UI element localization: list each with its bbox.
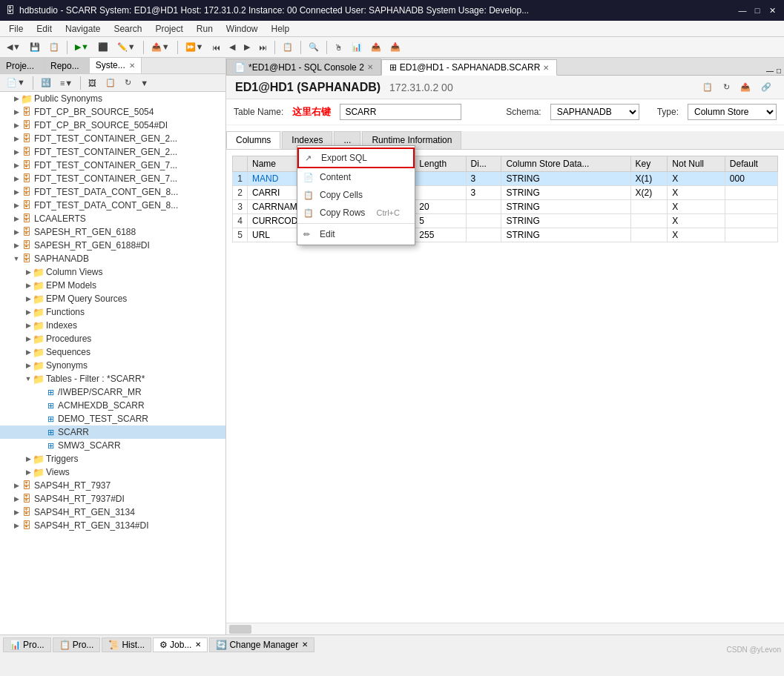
menu-navigate[interactable]: Navigate xyxy=(59,22,106,36)
tree-item-triggers[interactable]: ▶ 📁 Triggers xyxy=(0,452,225,465)
toolbar-btn-2[interactable]: 💾 xyxy=(26,40,44,54)
col-header-default[interactable]: Default xyxy=(725,156,777,172)
toolbar-btn-run[interactable]: ▶▼ xyxy=(71,40,93,54)
type-select[interactable]: Column Store xyxy=(688,104,777,120)
panel-tab-system[interactable]: Syste... ✕ xyxy=(90,58,142,73)
toolbar-btn-15[interactable]: 📤 xyxy=(367,40,385,54)
col-header-length[interactable]: Length xyxy=(415,156,466,172)
tree-item-fdt4[interactable]: ▶ 🗄 FDT_TEST_CONTAINER_GEN_2... xyxy=(0,145,225,159)
maximize-button[interactable]: □ xyxy=(751,4,763,16)
status-tab-project[interactable]: 📊 Pro... xyxy=(3,637,51,652)
tree-item-indexes[interactable]: ▶ 📁 Indexes xyxy=(0,319,225,332)
tree-item-fdt1[interactable]: ▶ 🗄 FDT_CP_BR_SOURCE_5054 xyxy=(0,105,225,119)
tree-item-views[interactable]: ▶ 📁 Views xyxy=(0,465,225,479)
tree-item-epm-models[interactable]: ▶ 📁 EPM Models xyxy=(0,279,225,292)
left-btn-4[interactable]: 🖼 xyxy=(85,76,100,90)
left-btn-2[interactable]: 🔣 xyxy=(37,76,55,90)
tree-item-saps4h1[interactable]: ▶ 🗄 SAPS4H_RT_7937 xyxy=(0,479,225,492)
tab-sql-console[interactable]: 📄 *ED1@HD1 - SQL Console 2 ✕ xyxy=(226,59,381,75)
search-icon-toolbar[interactable]: 🔍 xyxy=(305,40,323,54)
menu-help[interactable]: Help xyxy=(266,22,296,36)
tree-container[interactable]: ▶ 📁 Public Synonyms ▶ 🗄 FDT_CP_BR_SOURCE… xyxy=(0,92,225,634)
menu-window[interactable]: Window xyxy=(220,22,264,36)
menu-search[interactable]: Search xyxy=(108,22,148,36)
ctx-item-content[interactable]: 📄 Content xyxy=(297,168,415,186)
ctx-item-copy-rows[interactable]: 📋 Copy Rows Ctrl+C xyxy=(297,204,415,222)
menu-file[interactable]: File xyxy=(3,22,29,36)
table-name-input[interactable] xyxy=(340,104,461,120)
status-tab-history[interactable]: 📜 Hist... xyxy=(102,637,151,652)
tree-item-saps4h4[interactable]: ▶ 🗄 SAPS4H_RT_GEN_3134#DI xyxy=(0,519,225,532)
tree-item-scarr[interactable]: ▶ ⊞ SCARR xyxy=(0,425,225,439)
toolbar-btn-7[interactable]: ⏩▼ xyxy=(182,40,208,54)
toolbar-btn-9[interactable]: ◀ xyxy=(225,40,239,54)
tree-item-fdt2[interactable]: ▶ 🗄 FDT_CP_BR_SOURCE_5054#DI xyxy=(0,119,225,132)
sql-console-close[interactable]: ✕ xyxy=(367,63,373,71)
tab-control-min[interactable]: — xyxy=(766,67,774,75)
scroll-thumb[interactable] xyxy=(229,625,251,634)
header-btn-4[interactable]: 🔗 xyxy=(757,80,775,94)
tree-item-sapesh1[interactable]: ▶ 🗄 SAPESH_RT_GEN_6188 xyxy=(0,225,225,239)
header-btn-1[interactable]: 📋 xyxy=(699,80,717,94)
tree-item-fdt7[interactable]: ▶ 🗄 FDT_TEST_DATA_CONT_GEN_8... xyxy=(0,185,225,199)
system-tab-close[interactable]: ✕ xyxy=(129,62,135,70)
tree-item-acmhexdb[interactable]: ▶ ⊞ ACMHEXDB_SCARR xyxy=(0,399,225,412)
left-btn-3[interactable]: ≡▼ xyxy=(56,76,76,90)
menu-run[interactable]: Run xyxy=(191,22,219,36)
toolbar-btn-5[interactable]: ✏️▼ xyxy=(113,40,139,54)
toolbar-btn-8[interactable]: ⏮ xyxy=(208,41,224,54)
tab-scarr[interactable]: ⊞ ED1@HD1 - SAPHANADB.SCARR ✕ xyxy=(381,59,558,76)
panel-tab-repo[interactable]: Repo... xyxy=(45,58,90,73)
title-bar-controls[interactable]: — □ ✕ xyxy=(737,4,778,16)
tree-item-iwbep[interactable]: ▶ ⊞ /IWBEP/SCARR_MR xyxy=(0,385,225,399)
ctx-item-export-sql[interactable]: ↗ Export SQL xyxy=(297,148,415,168)
tree-item-fdt8[interactable]: ▶ 🗄 FDT_TEST_DATA_CONT_GEN_8... xyxy=(0,199,225,212)
toolbar-btn-3[interactable]: 📋 xyxy=(45,40,63,54)
toolbar-btn-12[interactable]: 📋 xyxy=(279,40,297,54)
toolbar-btn-1[interactable]: ◀▼ xyxy=(3,40,24,54)
toolbar-btn-11[interactable]: ⏭ xyxy=(255,41,271,54)
tree-item-tables-filter[interactable]: ▼ 📁 Tables - Filter : *SCARR* xyxy=(0,372,225,385)
tab-control-max[interactable]: □ xyxy=(777,67,781,75)
header-btn-2[interactable]: ↻ xyxy=(719,80,734,94)
header-btn-3[interactable]: 📤 xyxy=(737,80,754,94)
tree-item-synonyms[interactable]: ▶ 📁 Synonyms xyxy=(0,359,225,372)
horizontal-scrollbar[interactable] xyxy=(226,623,784,634)
tree-item-epm-query[interactable]: ▶ 📁 EPM Query Sources xyxy=(0,292,225,305)
col-header-cs-data[interactable]: Column Store Data... xyxy=(501,156,630,172)
toolbar-btn-6[interactable]: 📤▼ xyxy=(148,40,174,54)
tree-item-fdt6[interactable]: ▶ 🗄 FDT_TEST_CONTAINER_GEN_7... xyxy=(0,172,225,185)
tree-item-sequences[interactable]: ▶ 📁 Sequences xyxy=(0,345,225,359)
left-btn-7[interactable]: ▼ xyxy=(136,76,152,90)
status-tab-job[interactable]: ⚙ Job... ✕ xyxy=(153,637,208,652)
tree-item-saps4h3[interactable]: ▶ 🗄 SAPS4H_RT_GEN_3134 xyxy=(0,506,225,519)
close-button[interactable]: ✕ xyxy=(766,4,778,16)
toolbar-btn-16[interactable]: 📥 xyxy=(386,40,404,54)
menu-edit[interactable]: Edit xyxy=(30,22,58,36)
tree-item-demo-test[interactable]: ▶ ⊞ DEMO_TEST_SCARR xyxy=(0,412,225,425)
tree-item-functions[interactable]: ▶ 📁 Functions xyxy=(0,305,225,319)
toolbar-btn-4[interactable]: ⬛ xyxy=(94,40,112,54)
status-change-close[interactable]: ✕ xyxy=(302,640,308,649)
toolbar-btn-10[interactable]: ▶ xyxy=(240,40,254,54)
left-btn-6[interactable]: ↻ xyxy=(121,76,135,90)
panel-tab-project[interactable]: Proje... xyxy=(0,58,45,73)
tree-item-smw3[interactable]: ▶ ⊞ SMW3_SCARR xyxy=(0,439,225,452)
status-job-close[interactable]: ✕ xyxy=(195,640,201,649)
left-btn-5[interactable]: 📋 xyxy=(102,76,119,90)
tree-item-procedures[interactable]: ▶ 📁 Procedures xyxy=(0,332,225,345)
tree-item-public-synonyms[interactable]: ▶ 📁 Public Synonyms xyxy=(0,92,225,105)
content-tab-columns[interactable]: Columns xyxy=(226,131,280,149)
col-header-di[interactable]: Di... xyxy=(466,156,501,172)
tree-item-saphanadb[interactable]: ▼ 🗄 SAPHANADB xyxy=(0,252,225,265)
tree-item-fdt5[interactable]: ▶ 🗄 FDT_TEST_CONTAINER_GEN_7... xyxy=(0,159,225,172)
schema-select[interactable]: SAPHANADB xyxy=(550,104,639,120)
tree-item-lcaalerts[interactable]: ▶ 🗄 LCAALERTS xyxy=(0,212,225,225)
col-header-not-null[interactable]: Not Null xyxy=(668,156,725,172)
col-header-key[interactable]: Key xyxy=(630,156,668,172)
ctx-item-copy-cells[interactable]: 📋 Copy Cells xyxy=(297,186,415,204)
toolbar-btn-14[interactable]: 📊 xyxy=(348,40,366,54)
menu-project[interactable]: Project xyxy=(149,22,188,36)
ctx-item-edit[interactable]: ✏ Edit xyxy=(297,225,415,243)
tree-item-sapesh2[interactable]: ▶ 🗄 SAPESH_RT_GEN_6188#DI xyxy=(0,239,225,252)
